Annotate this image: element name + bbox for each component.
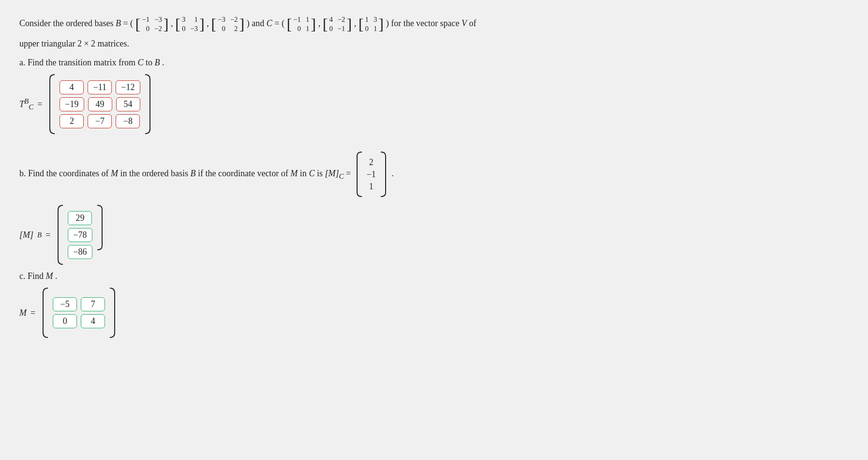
period-c: . [55, 271, 58, 281]
right-bracket-cvec [379, 150, 388, 199]
left-bracket-B1: [ [135, 16, 141, 32]
C-matrix-3-grid: 1 3 0 1 [364, 15, 379, 34]
subtitle-text: upper triangular 2 × 2 matrices. [19, 37, 849, 51]
B-matrix-1: [ −1 −3 0 −2 ] [135, 15, 169, 34]
comma1: , [171, 18, 175, 28]
M-ref-b: M [111, 169, 118, 178]
B3-r1c1: −3 [218, 15, 225, 24]
C2-r2c1: 0 [329, 24, 332, 33]
right-bracket-B2: ] [199, 16, 205, 32]
comma2: , [207, 18, 211, 28]
cell-2-3[interactable]: 54 [116, 97, 140, 111]
part-b-label: b. Find the coordinates of M in the orde… [19, 150, 849, 199]
MB-label: [M] [19, 230, 33, 240]
for-text: for the vector space [391, 18, 462, 28]
C2-r1c2: −2 [338, 15, 345, 24]
C-matrix-1-grid: −1 1 0 1 [292, 15, 311, 34]
cell-3-3[interactable]: −8 [116, 114, 140, 128]
B-ref: B [155, 58, 160, 67]
coord-sub-C: C [339, 172, 344, 180]
C-equals: = ( [274, 18, 284, 28]
MB-cells: 29 −78 −86 [65, 203, 95, 266]
equals: = ( [123, 18, 133, 28]
transition-matrix-cells: 4 −11 −12 −19 49 54 2 −7 −8 [57, 73, 143, 136]
coord-label: [M] [325, 169, 339, 178]
B-ref-b: B [190, 169, 195, 178]
c-vec-r3: 1 [367, 182, 376, 192]
C-label-header: C [267, 18, 272, 28]
right-bracket-C3: ] [378, 16, 384, 32]
eq-sign-b: = [45, 230, 50, 240]
B-matrix-3: [ −3 −2 0 2 ] [211, 15, 244, 34]
B-label: B [116, 18, 121, 28]
B2-r2c1: 0 [182, 24, 185, 33]
C2-r2c2: −1 [338, 24, 345, 33]
B2-r2c2: −3 [190, 24, 198, 33]
transition-row-3: 2 −7 −8 [60, 114, 140, 128]
C-ref-b: C [309, 169, 314, 178]
C-matrix-2: [ 4 −2 0 −1 ] [323, 15, 352, 34]
right-big-bracket-b [95, 203, 104, 266]
and-text: and [252, 18, 267, 28]
cell-1-2[interactable]: −11 [88, 80, 112, 94]
cell-2-1[interactable]: −19 [60, 97, 84, 111]
intro-text: Consider the ordered bases [19, 18, 113, 28]
left-big-bracket-c [41, 286, 50, 339]
B-matrix-2: [ 3 1 0 −3 ] [175, 15, 205, 34]
c-val-2: −1 [367, 169, 376, 180]
comma3: , [318, 18, 323, 28]
B1-r1c1: −1 [142, 15, 150, 24]
B2-r1c1: 3 [182, 15, 185, 24]
M-result: −5 7 0 4 [41, 286, 117, 339]
right-big-bracket-a [143, 73, 152, 136]
part-b-text2: in the ordered basis [120, 169, 190, 178]
M-cells: −5 7 0 4 [50, 286, 108, 339]
cell-3-2[interactable]: −7 [88, 114, 112, 128]
part-b-equation: [M]B = 29 −78 −86 [19, 203, 849, 266]
C1-r1c2: 1 [306, 15, 309, 24]
MB-val-3[interactable]: −86 [68, 245, 92, 259]
M-val-r1c2[interactable]: 7 [81, 297, 105, 311]
part-a-equation: TBC = 4 −11 −12 −19 49 54 2 −7 −8 [19, 73, 849, 136]
to-text: to [146, 58, 155, 67]
c-vec-r1: 2 [367, 157, 376, 168]
MB-row-1: 29 [68, 211, 92, 225]
M-val-r1c1[interactable]: −5 [53, 297, 77, 311]
MB-result: 29 −78 −86 [56, 203, 104, 266]
C3-r2c1: 0 [365, 24, 369, 33]
left-bracket-C1: [ [286, 16, 292, 32]
left-bracket-C2: [ [323, 16, 328, 32]
right-bracket-C2: ] [347, 16, 352, 32]
left-bracket-cvec [355, 150, 364, 199]
M-val-r2c1[interactable]: 0 [53, 314, 77, 328]
cell-1-3[interactable]: −12 [116, 80, 140, 94]
left-bracket-C3: [ [359, 16, 364, 32]
B1-r1c2: −3 [154, 15, 162, 24]
left-bracket-B3: [ [211, 16, 216, 32]
C-ref: C [137, 58, 143, 67]
B-matrix-3-grid: −3 −2 0 2 [216, 15, 239, 34]
C1-r2c1: 0 [293, 24, 301, 33]
cell-3-1[interactable]: 2 [60, 114, 84, 128]
cell-2-2[interactable]: 49 [88, 97, 112, 111]
MB-val-2[interactable]: −78 [68, 228, 92, 242]
M-row-1: −5 7 [53, 297, 105, 311]
C2-r1c1: 4 [329, 15, 332, 24]
B-matrix-1-grid: −1 −3 0 −2 [140, 15, 163, 34]
M-val-r2c2[interactable]: 4 [81, 314, 105, 328]
C-matrix-1: [ −1 1 0 1 ] [286, 15, 316, 34]
right-bracket-B1: ] [164, 16, 169, 32]
sup-B: B [24, 97, 29, 105]
part-c-label: c. Find M . [19, 271, 849, 281]
cell-1-1[interactable]: 4 [60, 80, 84, 94]
close-paren-B: ) [247, 18, 250, 28]
part-b-eq: = [346, 169, 353, 178]
C1-r2c2: 1 [306, 24, 309, 33]
B3-r2c2: 2 [230, 24, 238, 33]
B1-r2c1: 0 [142, 24, 150, 33]
C3-r2c2: 1 [374, 24, 377, 33]
c-val-3: 1 [369, 182, 374, 192]
period-a: . [162, 58, 165, 67]
M-ref-b2: M [290, 169, 298, 178]
MB-val-1[interactable]: 29 [68, 211, 92, 225]
